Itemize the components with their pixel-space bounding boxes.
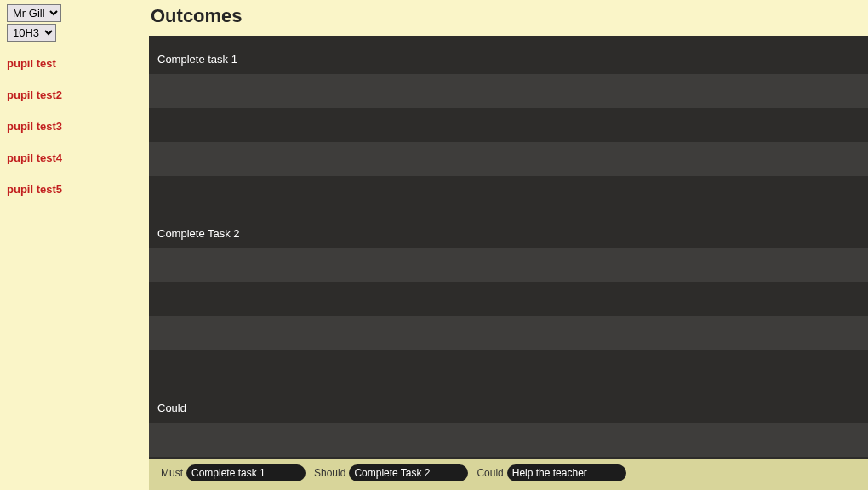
teacher-select[interactable]: Mr Gill [7,4,61,22]
sidebar: Mr Gill 10H3 pupil test pupil test2 pupi… [0,0,149,490]
sidebar-pupil[interactable]: pupil test3 [7,120,142,133]
class-select[interactable]: 10H3 [7,24,56,42]
page-title: Outcomes [149,0,868,36]
should-input[interactable] [349,464,468,481]
must-label: Must [161,467,183,479]
sidebar-pupil[interactable]: pupil test5 [7,183,142,196]
sidebar-pupil[interactable]: pupil test4 [7,151,142,164]
sidebar-pupil[interactable]: pupil test [7,57,142,70]
could-label: Could [477,467,503,479]
sidebar-pupil[interactable]: pupil test2 [7,88,142,101]
main-panel: Outcomes Complete task 1 Complete Task 2 [149,0,868,490]
outcome-could-label: Could [149,385,868,423]
should-label: Should [314,467,345,479]
outcomes-board: Complete task 1 Complete Task 2 [149,36,868,459]
could-input[interactable] [507,464,626,481]
bottom-bar: Must Should Could [149,459,868,490]
outcome-should-label: Complete Task 2 [149,210,868,248]
must-input[interactable] [186,464,306,481]
outcome-must-label: Complete task 1 [149,36,868,74]
